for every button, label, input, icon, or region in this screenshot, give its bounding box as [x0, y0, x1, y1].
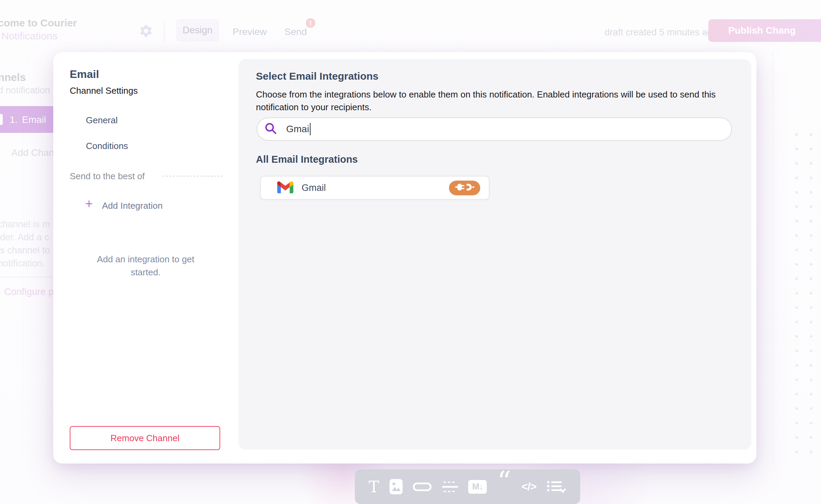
remove-channel-button[interactable]: Remove Channel [70, 426, 220, 450]
tab-design[interactable]: Design [176, 19, 219, 42]
search-value: Gmai [286, 124, 309, 135]
tab-preview[interactable]: Preview [233, 26, 267, 37]
panel-heading: Select Email Integrations [256, 70, 379, 82]
topbar-divider [164, 21, 165, 41]
search-icon [264, 122, 277, 136]
quote-block-icon[interactable]: “ [497, 482, 511, 492]
description-line: channel is m [0, 218, 50, 231]
empty-state-hint: Add an integration to get started. [89, 253, 202, 279]
canvas-dot-grid [784, 122, 821, 465]
connect-toggle[interactable] [449, 181, 480, 195]
editor-block-toolbar: T M↓ “ </> [355, 469, 580, 504]
nav-item-general[interactable]: General [86, 115, 118, 126]
description-line: notification. [0, 257, 50, 270]
sidebar-item-email-channel[interactable]: 1. Email [0, 106, 54, 133]
text-cursor [310, 123, 311, 135]
notification-title: Notifications [1, 30, 57, 42]
integration-row-gmail[interactable]: Gmail [260, 176, 490, 200]
image-block-icon[interactable] [390, 478, 403, 496]
add-channel-button[interactable]: Add Chan [11, 147, 54, 158]
channel-description-text: channel is m ider. Add a c is channel to… [0, 218, 50, 270]
list-block-icon[interactable] [547, 478, 566, 496]
integrations-panel: Select Email Integrations Choose from th… [238, 59, 751, 450]
gmail-logo-icon [277, 181, 293, 195]
description-line: is channel to [0, 244, 50, 257]
channel-settings-modal: Email Channel Settings General Condition… [53, 52, 756, 463]
app-title: come to Courier [0, 17, 77, 29]
panel-description: Choose from the integrations below to en… [256, 88, 718, 114]
modal-subtitle: Channel Settings [70, 85, 138, 96]
draft-status: draft created 5 minutes ago [605, 27, 718, 38]
add-integration-button[interactable]: Add Integration [102, 201, 162, 211]
integration-name: Gmail [302, 183, 326, 193]
channel-number: 1. [10, 114, 18, 125]
dashed-separator [162, 176, 223, 176]
send-error-badge: ! [306, 18, 315, 28]
channel-label: Email [22, 114, 46, 125]
plus-icon: + [85, 196, 93, 211]
app-root: come to Courier Notifications Design Pre… [0, 0, 821, 504]
email-channel-icon [0, 114, 3, 125]
tab-send[interactable]: Send [284, 26, 307, 37]
list-heading: All Email Integrations [256, 154, 358, 165]
button-block-icon[interactable] [413, 478, 432, 496]
divider-block-icon[interactable] [442, 478, 458, 496]
description-line: ider. Add a c [0, 231, 50, 244]
plug-disconnected-icon [455, 182, 474, 193]
canvas-edge-line [773, 51, 773, 463]
modal-title: Email [70, 68, 99, 81]
code-block-icon[interactable]: </> [521, 478, 536, 496]
nav-item-conditions[interactable]: Conditions [86, 141, 128, 151]
settings-gear-icon[interactable] [139, 24, 153, 38]
channels-subtitle: d notification [0, 85, 50, 96]
markdown-block-icon[interactable]: M↓ [468, 478, 487, 496]
search-input[interactable]: Gmai [257, 117, 732, 141]
configure-provider-link[interactable]: Configure p [4, 286, 54, 297]
sidebar-divider [0, 277, 54, 277]
text-block-icon[interactable]: T [369, 478, 379, 496]
channels-heading: nnels [0, 71, 26, 84]
publish-button[interactable]: Publish Chang [708, 19, 821, 42]
send-to-best-label: Send to the best of [70, 171, 145, 182]
